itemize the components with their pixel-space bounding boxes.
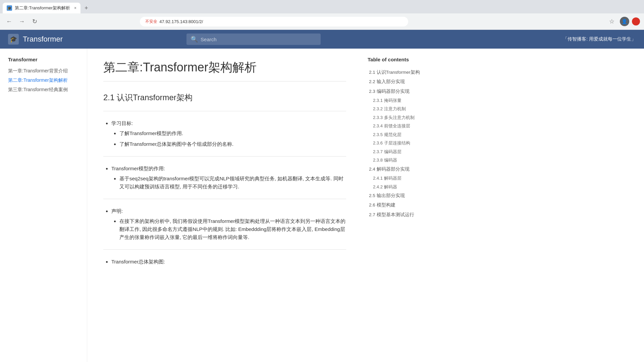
toc-entry[interactable]: 2.1 认识Transformer架构: [368, 68, 437, 77]
toc-entry[interactable]: 2.4.1 解码器层: [368, 174, 437, 183]
toc-entry[interactable]: 2.2 输入部分实现: [368, 77, 437, 86]
toc-entry[interactable]: 2.3.7 编码器层: [368, 147, 437, 156]
main-content: 第二章:Transformer架构解析 2.1 认识Transformer架构 …: [87, 49, 362, 362]
bookmark-button[interactable]: ☆: [606, 16, 617, 27]
toc-entry[interactable]: 2.6 模型构建: [368, 200, 437, 210]
sidebar-item-chapter1[interactable]: 第一章:Transformer背景介绍: [5, 66, 82, 76]
toc-entry[interactable]: 2.5 输出部分实现: [368, 191, 437, 200]
address-display[interactable]: 不安全 47.92.175.143:8001/2/: [140, 17, 408, 26]
extension-icon[interactable]: [632, 17, 640, 25]
logo-icon: 🎓: [8, 34, 19, 45]
tab-close-button[interactable]: ×: [74, 6, 76, 10]
section-divider-2: [103, 156, 346, 157]
sub-list-3: 在接下来的架构分析中, 我们将假设使用Transformer模型架构处理从一种语…: [111, 217, 346, 241]
list-item: 在接下来的架构分析中, 我们将假设使用Transformer模型架构处理从一种语…: [119, 217, 346, 241]
bullet-list-4: Transformer总体架构图:: [103, 258, 346, 266]
sidebar-item-chapter3[interactable]: 第三章:Transformer经典案例: [5, 85, 82, 95]
list-item: Transformer总体架构图:: [111, 258, 346, 266]
browser-actions: ☆ 👤: [606, 16, 640, 27]
list-item: 了解Transformer总体架构图中各个组成部分的名称.: [119, 140, 346, 148]
tab-bar: 🎓 第二章:Transformer架构解析 × +: [0, 0, 644, 13]
toc-entry[interactable]: 2.3.4 前馈全连接层: [368, 122, 437, 130]
bullet-section-1: 学习目标: 了解Transformer模型的作用. 了解Transformer总…: [103, 119, 346, 148]
bullet-section-4: Transformer总体架构图:: [103, 258, 346, 266]
back-button[interactable]: ←: [4, 16, 14, 26]
reload-button[interactable]: ↻: [30, 16, 40, 26]
search-box[interactable]: 🔍: [186, 34, 321, 45]
new-tab-button[interactable]: +: [83, 5, 90, 12]
sub-list-1: 了解Transformer模型的作用. 了解Transformer总体架构图中各…: [111, 129, 346, 148]
toc-entry[interactable]: 2.3.6 子层连接结构: [368, 139, 437, 147]
toc-entry[interactable]: 2.4 解码器部分实现: [368, 165, 437, 174]
browser-chrome: 🎓 第二章:Transformer架构解析 × + ← → ↻ 不安全 47.9…: [0, 0, 644, 30]
header-slogan: 「传智播客: 用爱成就每一位学生」: [563, 36, 636, 42]
toc-entry[interactable]: 2.7 模型基本测试运行: [368, 210, 437, 220]
list-item: 基于seq2seq架构的transformer模型可以完成NLP领域研究的典型任…: [119, 175, 346, 191]
section-divider-1: [103, 111, 346, 111]
toc-entry[interactable]: 2.3 编码器部分实现: [368, 87, 437, 96]
toc-entry[interactable]: 2.3.3 多头注意力机制: [368, 113, 437, 122]
toc-title: Table of contents: [368, 57, 437, 62]
sidebar-title: Transformer: [5, 57, 82, 62]
forward-button[interactable]: →: [17, 16, 27, 26]
page-layout: Transformer 第一章:Transformer背景介绍 第二章:Tran…: [0, 49, 644, 362]
list-item: 声明: 在接下来的架构分析中, 我们将假设使用Transformer模型架构处理…: [111, 207, 346, 241]
active-tab[interactable]: 🎓 第二章:Transformer架构解析 ×: [3, 3, 80, 13]
toc-entry[interactable]: 2.3.5 规范化层: [368, 130, 437, 139]
section1-title: 2.1 认识Transformer架构: [103, 92, 346, 103]
toc-items: 2.1 认识Transformer架构2.2 输入部分实现2.3 编码器部分实现…: [368, 68, 437, 220]
app-logo: 🎓 Transformer: [8, 34, 63, 45]
bullet-section-2: Transformer模型的作用: 基于seq2seq架构的transforme…: [103, 165, 346, 191]
toc-entry[interactable]: 2.3.8 编码器: [368, 156, 437, 165]
bullet-list-3: 声明: 在接下来的架构分析中, 我们将假设使用Transformer模型架构处理…: [103, 207, 346, 241]
toc-panel: Table of contents 2.1 认识Transformer架构2.2…: [362, 49, 443, 362]
toc-entry[interactable]: 2.4.2 解码器: [368, 183, 437, 191]
insecure-label: 不安全: [145, 19, 157, 24]
search-input[interactable]: [201, 37, 317, 42]
section-divider-3: [103, 199, 346, 199]
list-item: 学习目标: 了解Transformer模型的作用. 了解Transformer总…: [111, 119, 346, 148]
bullet-list-1: 学习目标: 了解Transformer模型的作用. 了解Transformer总…: [103, 119, 346, 148]
sidebar: Transformer 第一章:Transformer背景介绍 第二章:Tran…: [0, 49, 87, 362]
app-header: 🎓 Transformer 🔍 「传智播客: 用爱成就每一位学生」: [0, 30, 644, 49]
app-title: Transformer: [23, 35, 63, 44]
toc-entry[interactable]: 2.3.1 掩码张量: [368, 96, 437, 105]
bullet-section-3: 声明: 在接下来的架构分析中, 我们将假设使用Transformer模型架构处理…: [103, 207, 346, 241]
list-item: 了解Transformer模型的作用.: [119, 129, 346, 137]
list-item: Transformer模型的作用: 基于seq2seq架构的transforme…: [111, 165, 346, 191]
page-title: 第二章:Transformer架构解析: [103, 59, 346, 81]
search-icon: 🔍: [191, 36, 198, 43]
tab-title: 第二章:Transformer架构解析: [15, 5, 70, 11]
section-divider-4: [103, 249, 346, 250]
toc-entry[interactable]: 2.3.2 注意力机制: [368, 105, 437, 113]
sub-list-2: 基于seq2seq架构的transformer模型可以完成NLP领域研究的典型任…: [111, 175, 346, 191]
url-display: 47.92.175.143:8001/2/: [159, 19, 203, 24]
address-bar: ← → ↻ 不安全 47.92.175.143:8001/2/ ☆ 👤: [0, 13, 644, 29]
bullet-list-2: Transformer模型的作用: 基于seq2seq架构的transforme…: [103, 165, 346, 191]
sidebar-item-chapter2[interactable]: 第二章:Transformer架构解析: [5, 76, 82, 85]
profile-icon[interactable]: 👤: [620, 17, 629, 26]
tab-favicon: 🎓: [7, 5, 12, 11]
